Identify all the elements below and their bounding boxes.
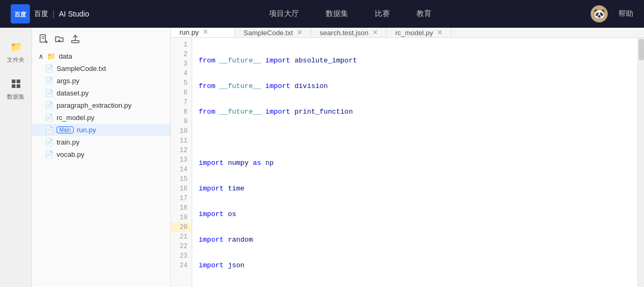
line-numbers: 1 2 3 4 5 6 7 8 9 10 11 12 13 14 15 16 1 xyxy=(171,38,192,287)
sidebar-label-files: 文件夹 xyxy=(7,56,25,64)
file-icon: 📄 xyxy=(45,101,53,109)
file-name: paragraph_extraction.py xyxy=(57,101,131,109)
code-content[interactable]: from __future__ import absolute_import f… xyxy=(192,38,638,287)
main-badge: Main xyxy=(57,126,74,133)
file-paragraph[interactable]: 📄 paragraph_extraction.py xyxy=(32,99,170,111)
scrollbar-thumb[interactable] xyxy=(639,39,644,60)
header-right: 🐼 帮助 xyxy=(591,5,633,22)
file-name: train.py xyxy=(57,138,80,146)
baidu-logo: 百度 xyxy=(11,4,30,23)
editor-wrapper: ◀ 1 2 3 4 5 6 7 8 9 10 11 12 13 14 xyxy=(171,38,644,287)
sidebar: 📁 文件夹 数据集 xyxy=(0,28,32,287)
file-run[interactable]: 📄 Main run.py xyxy=(32,124,170,136)
file-name: args.py xyxy=(57,77,80,85)
scrollbar-vertical[interactable] xyxy=(638,38,644,287)
logo-divider: | xyxy=(52,9,54,19)
folder-icon: 📁 xyxy=(5,36,27,58)
new-file-icon[interactable] xyxy=(38,34,48,46)
svg-rect-4 xyxy=(12,84,15,88)
nav-datasets[interactable]: 数据集 xyxy=(326,9,348,19)
folder-name: data xyxy=(59,52,72,60)
file-samplecode[interactable]: 📄 SampleCode.txt xyxy=(32,62,170,75)
tab-run-py[interactable]: run.py × xyxy=(171,28,235,37)
file-name: vocab.py xyxy=(57,150,84,158)
avatar[interactable]: 🐼 xyxy=(591,5,608,22)
svg-text:百度: 百度 xyxy=(14,11,27,18)
tab-samplecode[interactable]: SampleCode.txt × xyxy=(235,28,311,37)
tab-close-icon[interactable]: × xyxy=(297,28,302,37)
new-folder-icon[interactable] xyxy=(54,34,64,46)
tab-label: SampleCode.txt xyxy=(244,29,293,37)
svg-rect-3 xyxy=(17,79,20,83)
datasets-icon xyxy=(5,73,27,94)
tab-label: search.test.json xyxy=(320,29,368,37)
ai-studio-label: AI Studio xyxy=(59,10,89,18)
nav-projects[interactable]: 项目大厅 xyxy=(269,9,299,19)
tab-rcmodel[interactable]: rc_model.py × xyxy=(387,28,451,37)
file-name: rc_model.py xyxy=(57,114,95,122)
file-icon: 📄 xyxy=(45,138,53,146)
svg-rect-5 xyxy=(17,84,20,88)
tab-label: run.py xyxy=(179,28,199,36)
file-dataset[interactable]: 📄 dataset.py xyxy=(32,87,170,99)
file-name: run.py xyxy=(77,126,96,134)
file-icon: 📄 xyxy=(45,114,53,122)
upload-icon[interactable] xyxy=(70,34,80,46)
file-vocab[interactable]: 📄 vocab.py xyxy=(32,148,170,161)
file-icon: 📄 xyxy=(45,89,53,97)
file-tree-toolbar xyxy=(32,32,170,50)
svg-rect-2 xyxy=(12,79,15,83)
nav-competition[interactable]: 比赛 xyxy=(375,9,390,19)
folder-arrow: ∧ xyxy=(38,52,44,60)
root-folder[interactable]: ∧ 📁 data xyxy=(32,50,170,62)
tab-bar: run.py × SampleCode.txt × search.test.js… xyxy=(171,28,644,38)
help-link[interactable]: 帮助 xyxy=(618,9,633,19)
svg-rect-13 xyxy=(72,41,79,43)
tab-label: rc_model.py xyxy=(395,29,433,37)
file-name: SampleCode.txt xyxy=(57,65,106,73)
tab-close-icon[interactable]: × xyxy=(373,28,378,37)
editor-area: run.py × SampleCode.txt × search.test.js… xyxy=(171,28,644,287)
file-name: dataset.py xyxy=(57,89,89,97)
sidebar-item-files[interactable]: 📁 文件夹 xyxy=(3,33,29,67)
main-container: 📁 文件夹 数据集 xyxy=(0,28,644,287)
nav-education[interactable]: 教育 xyxy=(417,9,431,19)
code-editor[interactable]: 1 2 3 4 5 6 7 8 9 10 11 12 13 14 15 16 1 xyxy=(171,38,644,287)
main-nav: 项目大厅 数据集 比赛 教育 xyxy=(111,9,591,19)
tab-close-icon[interactable]: × xyxy=(437,28,442,37)
file-tree: ∧ 📁 data 📄 SampleCode.txt 📄 args.py 📄 da… xyxy=(32,28,171,287)
file-icon: 📄 xyxy=(45,65,53,73)
file-icon: 📄 xyxy=(45,126,53,134)
logo-text: 百度 xyxy=(34,9,48,19)
file-rcmodel[interactable]: 📄 rc_model.py xyxy=(32,111,170,124)
tab-search-test[interactable]: search.test.json × xyxy=(311,28,387,37)
sidebar-label-datasets: 数据集 xyxy=(7,93,25,101)
file-icon: 📄 xyxy=(45,150,53,158)
file-icon: 📄 xyxy=(45,77,53,85)
tab-close-icon[interactable]: × xyxy=(203,28,208,36)
sidebar-item-datasets[interactable]: 数据集 xyxy=(3,70,29,104)
logo-area: 百度 百度 | AI Studio xyxy=(11,4,89,23)
file-args[interactable]: 📄 args.py xyxy=(32,75,170,87)
folder-icon: 📁 xyxy=(47,52,56,60)
file-train[interactable]: 📄 train.py xyxy=(32,136,170,148)
header: 百度 百度 | AI Studio 项目大厅 数据集 比赛 教育 🐼 帮助 xyxy=(0,0,644,28)
